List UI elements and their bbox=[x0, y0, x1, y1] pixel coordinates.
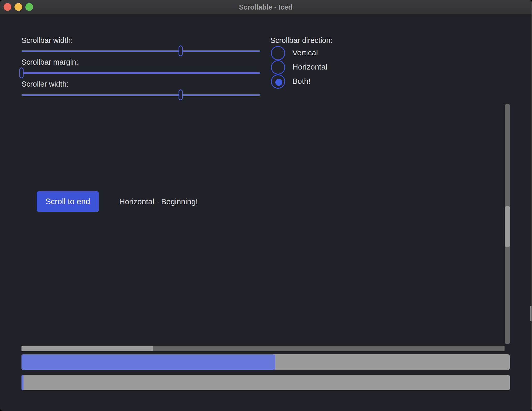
radio-circle-icon[interactable] bbox=[271, 60, 285, 74]
slider-rail[interactable] bbox=[21, 94, 260, 96]
slider-handle[interactable] bbox=[179, 89, 183, 100]
scrollbar-margin-slider[interactable] bbox=[21, 67, 260, 78]
scroller-width-slider[interactable] bbox=[21, 89, 260, 100]
scrollbar-margin-label: Scrollbar margin: bbox=[21, 58, 78, 66]
progress-fill bbox=[21, 354, 275, 370]
radio-label: Both! bbox=[292, 77, 311, 86]
scrollbar-width-label: Scrollbar width: bbox=[21, 36, 73, 45]
window-title: Scrollable - Iced bbox=[0, 0, 531, 14]
horizontal-progress-bar bbox=[21, 354, 510, 370]
slider-handle[interactable] bbox=[19, 67, 24, 78]
horizontal-scroller[interactable] bbox=[21, 346, 153, 351]
window-edge-scroll-indicator bbox=[530, 306, 531, 321]
vertical-progress-bar bbox=[21, 375, 510, 390]
vertical-scrollbar[interactable] bbox=[505, 104, 510, 344]
slider-rail[interactable] bbox=[21, 50, 260, 52]
scroll-status-text: Horizontal - Beginning! bbox=[119, 197, 198, 206]
progress-fill bbox=[21, 375, 24, 390]
scrollbar-direction-label: Scrollbar direction: bbox=[270, 36, 333, 45]
radio-circle-icon[interactable] bbox=[271, 46, 285, 60]
horizontal-scrollbar[interactable] bbox=[21, 346, 505, 351]
radio-label: Vertical bbox=[292, 48, 318, 57]
radio-label: Horizontal bbox=[292, 63, 327, 71]
radio-circle-icon[interactable] bbox=[271, 74, 285, 89]
scroller-width-label: Scroller width: bbox=[21, 80, 69, 88]
app-window: Scrollable - Iced Scrollbar width: Scrol… bbox=[0, 0, 532, 411]
title-bar[interactable]: Scrollable - Iced bbox=[0, 0, 531, 15]
slider-handle[interactable] bbox=[179, 45, 183, 56]
slider-rail[interactable] bbox=[21, 72, 260, 74]
scrollbar-width-slider[interactable] bbox=[21, 45, 260, 56]
radio-dot-icon bbox=[275, 79, 282, 86]
vertical-scroller[interactable] bbox=[505, 206, 510, 247]
scroll-to-end-button[interactable]: Scroll to end bbox=[37, 191, 99, 212]
